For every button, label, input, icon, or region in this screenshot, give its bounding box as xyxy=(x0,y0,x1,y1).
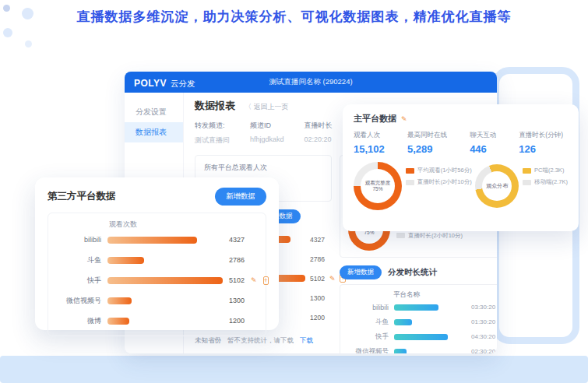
stat-chat-interactions: 聊天互动 446 xyxy=(470,131,496,155)
audience-donut-chart: 观众分布 xyxy=(475,164,519,208)
legend-swatch xyxy=(523,180,531,185)
add-record-icon[interactable] xyxy=(263,276,269,285)
decorative-band xyxy=(0,356,588,383)
third-party-card: 第三方平台数据 新增数据 观看次数 bilibili 4327 斗鱼 xyxy=(35,177,279,330)
orange-bar xyxy=(107,318,129,325)
bar-row: bilibili 4327 xyxy=(58,230,256,250)
bar-row: bilibili 03:30:20 xyxy=(348,300,495,314)
bar-row: 快手 5102 xyxy=(58,270,256,290)
legend-swatch xyxy=(406,180,414,185)
completion-legend: 平均观看(1小时56分) 直播时长(2小时10分) xyxy=(406,167,472,186)
distribution-section-header: 新增数据 分发时长统计 xyxy=(340,265,497,279)
add-data-button[interactable]: 新增数据 xyxy=(340,265,382,279)
bar-row: 微信视频号 02:30:20 xyxy=(348,344,495,353)
page-title: 数据报表 xyxy=(195,99,235,113)
edit-icon[interactable] xyxy=(251,276,257,284)
bar-row: 斗鱼 01:30:20 xyxy=(348,314,495,329)
bar-row: 微博 1200 xyxy=(58,311,256,331)
views-bar-chart: bilibili 4327 斗鱼 2786 xyxy=(58,230,256,331)
duration-bar-chart: bilibili 03:30:20 斗鱼 01:30:20 xyxy=(348,300,495,353)
legend-swatch xyxy=(396,233,405,238)
completion-donut-chart: 观看完整度 75% xyxy=(354,162,402,210)
download-link[interactable]: 下载 xyxy=(300,336,313,346)
bar-row: 快手 04:30:20 xyxy=(348,329,495,344)
decorative-dot xyxy=(3,28,12,37)
page-headline: 直播数据多维沉淀，助力决策分析、可视化数据图表，精准优化直播等 xyxy=(0,8,588,26)
sidebar-item-data-report[interactable]: 数据报表 xyxy=(125,122,183,142)
teal-bar xyxy=(394,349,407,354)
info-field-duration: 直播时长 02:20:20 xyxy=(305,121,333,149)
edit-icon[interactable] xyxy=(401,115,407,123)
stat-views: 观看人次 15,102 xyxy=(354,131,385,155)
info-field-channel-id: 频道ID hfhjgdkakd xyxy=(250,121,284,149)
legend-swatch xyxy=(523,168,531,174)
audience-legend: PC端(2.3K) 移动端(2.7K) xyxy=(523,167,568,186)
decorative-dot xyxy=(25,40,32,47)
distribution-duration-panel: 平台名称 bilibili 03:30:20 xyxy=(340,284,497,353)
bar-row: 斗鱼 2786 xyxy=(58,250,256,270)
edit-icon[interactable] xyxy=(329,275,336,283)
teal-bar xyxy=(394,334,448,340)
app-header: POLYV云分发 测试直播间名称 (290224) xyxy=(125,72,497,93)
add-data-button[interactable]: 新增数据 xyxy=(215,188,266,206)
stat-peak-online: 最高同时在线 5,289 xyxy=(407,131,447,155)
orange-bar xyxy=(107,257,144,264)
breadcrumb[interactable]: 〈 返回上一页 xyxy=(245,102,289,112)
orange-bar xyxy=(107,277,223,284)
page: 直播数据多维沉淀，助力决策分析、可视化数据图表，精准优化直播等 POLYV云分发… xyxy=(0,0,588,383)
bar-row: 微信视频号 1300 xyxy=(58,290,256,311)
orange-bar xyxy=(107,237,197,244)
chart-footer-note: 未知省份 暂不支持统计，请下载 下载 xyxy=(195,336,332,346)
orange-bar xyxy=(107,297,132,304)
teal-bar xyxy=(394,304,438,311)
teal-bar xyxy=(394,319,412,325)
window-title: 测试直播间名称 (290224) xyxy=(125,77,497,87)
sidebar-item-distribution-settings[interactable]: 分发设置 xyxy=(125,102,183,122)
views-bar-chart-panel: 观看次数 bilibili 4327 斗鱼 2786 xyxy=(48,213,266,336)
legend-swatch xyxy=(406,168,414,174)
info-field-channel: 转发频道: 测试直播间 xyxy=(195,121,230,149)
main-platform-card: 主平台数据 观看人次 15,102 最高同时在线 5,289 聊天互动 446 … xyxy=(343,104,579,231)
stat-duration-minutes: 直播时长(分钟) 126 xyxy=(519,131,563,155)
